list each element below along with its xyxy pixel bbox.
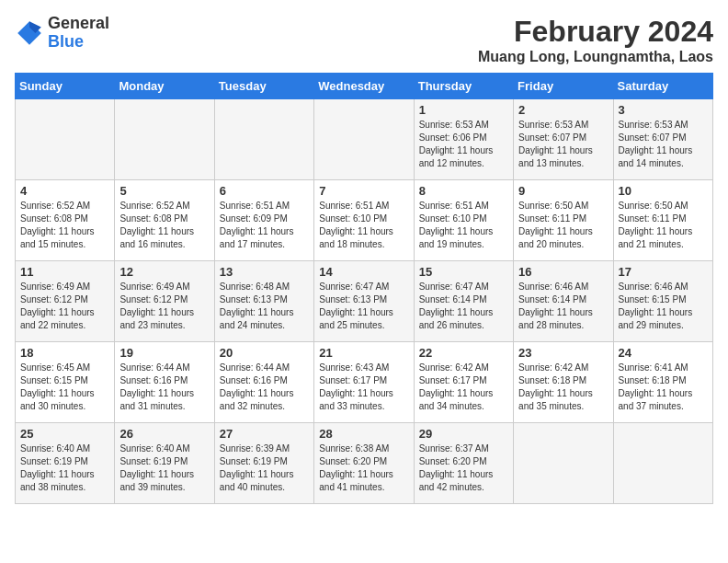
day-info: Sunrise: 6:37 AM Sunset: 6:20 PM Dayligh… <box>419 442 508 494</box>
day-cell: 15Sunrise: 6:47 AM Sunset: 6:14 PM Dayli… <box>414 261 513 342</box>
day-info: Sunrise: 6:51 AM Sunset: 6:10 PM Dayligh… <box>419 200 508 251</box>
day-info: Sunrise: 6:53 AM Sunset: 6:07 PM Dayligh… <box>518 119 608 170</box>
day-number: 28 <box>319 427 408 441</box>
calendar-table: SundayMondayTuesdayWednesdayThursdayFrid… <box>15 73 713 504</box>
day-number: 1 <box>419 103 508 117</box>
logo-icon <box>15 18 44 48</box>
day-cell <box>214 99 313 180</box>
day-number: 21 <box>319 346 408 360</box>
week-row-0: 1Sunrise: 6:53 AM Sunset: 6:06 PM Daylig… <box>16 99 713 180</box>
day-number: 22 <box>419 346 508 360</box>
day-info: Sunrise: 6:53 AM Sunset: 6:06 PM Dayligh… <box>419 119 508 170</box>
day-number: 8 <box>419 184 508 198</box>
day-number: 16 <box>518 265 608 279</box>
day-cell: 25Sunrise: 6:40 AM Sunset: 6:19 PM Dayli… <box>16 423 115 504</box>
day-number: 6 <box>220 184 309 198</box>
day-number: 7 <box>319 184 408 198</box>
day-cell <box>115 99 214 180</box>
day-cell: 19Sunrise: 6:44 AM Sunset: 6:16 PM Dayli… <box>115 342 214 423</box>
day-number: 25 <box>20 427 109 441</box>
day-number: 12 <box>119 265 209 279</box>
day-info: Sunrise: 6:47 AM Sunset: 6:13 PM Dayligh… <box>319 281 408 332</box>
day-info: Sunrise: 6:51 AM Sunset: 6:10 PM Dayligh… <box>319 200 408 251</box>
day-cell: 13Sunrise: 6:48 AM Sunset: 6:13 PM Dayli… <box>214 261 313 342</box>
header-friday: Friday <box>514 74 613 99</box>
calendar-header: SundayMondayTuesdayWednesdayThursdayFrid… <box>16 74 713 99</box>
day-number: 26 <box>119 427 209 441</box>
day-cell: 8Sunrise: 6:51 AM Sunset: 6:10 PM Daylig… <box>414 180 513 261</box>
day-cell <box>314 99 414 180</box>
day-info: Sunrise: 6:50 AM Sunset: 6:11 PM Dayligh… <box>518 200 608 251</box>
day-cell: 12Sunrise: 6:49 AM Sunset: 6:12 PM Dayli… <box>115 261 214 342</box>
day-info: Sunrise: 6:49 AM Sunset: 6:12 PM Dayligh… <box>119 281 209 332</box>
day-number: 17 <box>619 265 708 279</box>
day-cell: 17Sunrise: 6:46 AM Sunset: 6:15 PM Dayli… <box>613 261 712 342</box>
day-cell: 2Sunrise: 6:53 AM Sunset: 6:07 PM Daylig… <box>514 99 613 180</box>
day-number: 10 <box>619 184 708 198</box>
day-number: 5 <box>119 184 209 198</box>
page-header: General Blue February 2024 Muang Long, L… <box>15 15 713 65</box>
day-number: 23 <box>518 346 608 360</box>
calendar-subtitle: Muang Long, Loungnamtha, Laos <box>478 49 713 65</box>
day-cell <box>613 423 712 504</box>
day-cell: 23Sunrise: 6:42 AM Sunset: 6:18 PM Dayli… <box>514 342 613 423</box>
day-cell: 6Sunrise: 6:51 AM Sunset: 6:09 PM Daylig… <box>214 180 313 261</box>
day-info: Sunrise: 6:52 AM Sunset: 6:08 PM Dayligh… <box>20 200 109 251</box>
day-info: Sunrise: 6:50 AM Sunset: 6:11 PM Dayligh… <box>619 200 708 251</box>
day-info: Sunrise: 6:40 AM Sunset: 6:19 PM Dayligh… <box>20 442 109 494</box>
day-number: 13 <box>220 265 309 279</box>
day-cell: 26Sunrise: 6:40 AM Sunset: 6:19 PM Dayli… <box>115 423 214 504</box>
header-monday: Monday <box>115 74 214 99</box>
day-number: 27 <box>220 427 309 441</box>
day-number: 4 <box>20 184 109 198</box>
day-info: Sunrise: 6:45 AM Sunset: 6:15 PM Dayligh… <box>20 362 109 413</box>
day-cell: 1Sunrise: 6:53 AM Sunset: 6:06 PM Daylig… <box>414 99 513 180</box>
day-number: 20 <box>220 346 309 360</box>
day-number: 3 <box>619 103 708 117</box>
header-tuesday: Tuesday <box>214 74 313 99</box>
calendar-title: February 2024 <box>478 15 713 49</box>
calendar-body: 1Sunrise: 6:53 AM Sunset: 6:06 PM Daylig… <box>16 99 713 504</box>
day-cell: 14Sunrise: 6:47 AM Sunset: 6:13 PM Dayli… <box>314 261 414 342</box>
day-cell <box>514 423 613 504</box>
day-cell: 9Sunrise: 6:50 AM Sunset: 6:11 PM Daylig… <box>514 180 613 261</box>
day-info: Sunrise: 6:46 AM Sunset: 6:15 PM Dayligh… <box>619 281 708 332</box>
day-info: Sunrise: 6:43 AM Sunset: 6:17 PM Dayligh… <box>319 362 408 413</box>
day-cell: 22Sunrise: 6:42 AM Sunset: 6:17 PM Dayli… <box>414 342 513 423</box>
day-cell: 5Sunrise: 6:52 AM Sunset: 6:08 PM Daylig… <box>115 180 214 261</box>
header-wednesday: Wednesday <box>314 74 414 99</box>
day-number: 19 <box>119 346 209 360</box>
day-number: 15 <box>419 265 508 279</box>
day-number: 24 <box>619 346 708 360</box>
day-cell: 29Sunrise: 6:37 AM Sunset: 6:20 PM Dayli… <box>414 423 513 504</box>
header-thursday: Thursday <box>414 74 513 99</box>
day-info: Sunrise: 6:42 AM Sunset: 6:18 PM Dayligh… <box>518 362 608 413</box>
header-row: SundayMondayTuesdayWednesdayThursdayFrid… <box>16 74 713 99</box>
day-cell: 24Sunrise: 6:41 AM Sunset: 6:18 PM Dayli… <box>613 342 712 423</box>
title-block: February 2024 Muang Long, Loungnamtha, L… <box>478 15 713 65</box>
day-number: 2 <box>518 103 608 117</box>
day-cell: 18Sunrise: 6:45 AM Sunset: 6:15 PM Dayli… <box>16 342 115 423</box>
logo-blue-text: Blue <box>48 32 84 51</box>
day-cell: 11Sunrise: 6:49 AM Sunset: 6:12 PM Dayli… <box>16 261 115 342</box>
day-cell: 20Sunrise: 6:44 AM Sunset: 6:16 PM Dayli… <box>214 342 313 423</box>
day-number: 29 <box>419 427 508 441</box>
day-number: 9 <box>518 184 608 198</box>
day-cell: 16Sunrise: 6:46 AM Sunset: 6:14 PM Dayli… <box>514 261 613 342</box>
day-info: Sunrise: 6:46 AM Sunset: 6:14 PM Dayligh… <box>518 281 608 332</box>
day-cell: 10Sunrise: 6:50 AM Sunset: 6:11 PM Dayli… <box>613 180 712 261</box>
week-row-2: 11Sunrise: 6:49 AM Sunset: 6:12 PM Dayli… <box>16 261 713 342</box>
day-info: Sunrise: 6:40 AM Sunset: 6:19 PM Dayligh… <box>119 442 209 494</box>
week-row-4: 25Sunrise: 6:40 AM Sunset: 6:19 PM Dayli… <box>16 423 713 504</box>
day-cell: 27Sunrise: 6:39 AM Sunset: 6:19 PM Dayli… <box>214 423 313 504</box>
day-cell <box>16 99 115 180</box>
day-cell: 21Sunrise: 6:43 AM Sunset: 6:17 PM Dayli… <box>314 342 414 423</box>
day-info: Sunrise: 6:38 AM Sunset: 6:20 PM Dayligh… <box>319 442 408 494</box>
day-number: 11 <box>20 265 109 279</box>
day-info: Sunrise: 6:44 AM Sunset: 6:16 PM Dayligh… <box>220 362 309 413</box>
day-number: 18 <box>20 346 109 360</box>
day-info: Sunrise: 6:39 AM Sunset: 6:19 PM Dayligh… <box>220 442 309 494</box>
day-info: Sunrise: 6:42 AM Sunset: 6:17 PM Dayligh… <box>419 362 508 413</box>
week-row-3: 18Sunrise: 6:45 AM Sunset: 6:15 PM Dayli… <box>16 342 713 423</box>
day-info: Sunrise: 6:53 AM Sunset: 6:07 PM Dayligh… <box>619 119 708 170</box>
